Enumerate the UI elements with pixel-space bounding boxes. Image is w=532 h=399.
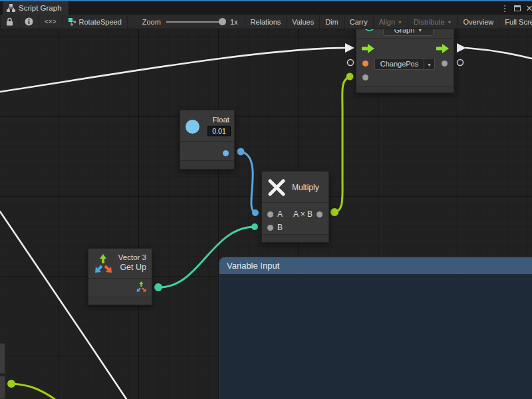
node-footer: [262, 234, 329, 242]
multiply-port-result[interactable]: [317, 211, 323, 217]
node-title: Vector 3: [118, 253, 146, 261]
tab-label: Script Graph: [19, 4, 62, 12]
node-vector3-get-up[interactable]: Vector 3 Get Up: [88, 248, 152, 305]
unit-bottom-port[interactable]: [362, 74, 368, 80]
tab-bar: Script Graph ⋮ ✕: [0, 1, 532, 15]
node-float[interactable]: Float 0.01: [180, 110, 235, 170]
chevron-down-icon: ▼: [418, 29, 422, 33]
lock-icon: [6, 17, 13, 26]
float-value-input[interactable]: 0.01: [207, 126, 231, 136]
unit-left-ring-port[interactable]: [348, 60, 354, 66]
graph-breadcrumb[interactable]: RotateSpeed: [62, 15, 127, 29]
vector-out-dot[interactable]: [154, 283, 162, 291]
chevron-down-icon: ▼: [448, 20, 452, 25]
zoom-value: 1x: [230, 18, 238, 26]
graph-name-label: RotateSpeed: [79, 18, 122, 26]
tab-script-graph[interactable]: Script Graph: [3, 1, 68, 15]
info-icon: [25, 17, 33, 26]
graph-grid: Variable Input: [0, 29, 532, 399]
group-body: [219, 274, 532, 399]
chevron-down-icon: ▼: [427, 63, 432, 67]
float-output-port[interactable]: [223, 150, 229, 156]
zoom-control: Zoom 1x: [127, 15, 245, 29]
node-title: Multiply: [292, 183, 319, 192]
changepos-arrow-button[interactable]: ▼: [424, 58, 435, 70]
float-out-dot[interactable]: [237, 148, 245, 156]
kebab-menu-icon[interactable]: ⋮: [499, 1, 511, 15]
info-button[interactable]: [19, 15, 39, 29]
toolbar-button-distribute[interactable]: Distribute▼: [408, 15, 457, 29]
flow-in-arrow-icon[interactable]: [361, 44, 374, 53]
toolbar-button-dim[interactable]: Dim: [319, 15, 344, 29]
flow-wire-left: [0, 211, 126, 399]
changepos-label: ChangePos: [380, 60, 419, 68]
group-variable-input[interactable]: Variable Input: [219, 257, 532, 399]
node-footer: [356, 86, 454, 92]
changepos-dropdown[interactable]: ChangePos: [374, 58, 424, 70]
flow-wire-out: [466, 48, 532, 59]
port-result-label: A × B: [293, 209, 313, 219]
unit-orange-port[interactable]: [362, 61, 368, 66]
graph-asset-icon: [68, 17, 76, 26]
unit-result-in-dot[interactable]: [346, 73, 354, 80]
multiply-port-a[interactable]: [267, 211, 273, 217]
node-graph-unit[interactable]: <> Graph ▼ ChangePos ▼: [356, 29, 454, 93]
node-footer: [88, 297, 152, 305]
flow-input-triangle[interactable]: [345, 43, 354, 53]
code-view-icon: <×>: [45, 18, 57, 25]
toolbar: <×> RotateSpeed Zoom 1x Relations Values…: [0, 15, 532, 29]
maximize-icon[interactable]: [511, 1, 523, 15]
node-multiply[interactable]: Multiply A A × B B: [261, 171, 329, 243]
chevron-down-icon: ▼: [398, 20, 402, 25]
vector3-output-port[interactable]: [136, 281, 148, 293]
port-a-label: A: [277, 209, 283, 219]
flow-output-triangle[interactable]: [457, 43, 466, 53]
port-b-label: B: [277, 223, 283, 232]
toolbar-button-values[interactable]: Values: [286, 15, 319, 29]
toolbar-button-overview[interactable]: Overview: [457, 15, 499, 29]
flow-out-arrow-icon[interactable]: [436, 44, 449, 53]
toolbar-button-align[interactable]: Align▼: [373, 15, 408, 29]
unit-right-port[interactable]: [442, 61, 448, 66]
multiply-icon: [268, 179, 285, 196]
zoom-slider[interactable]: [166, 21, 225, 23]
code-view-button[interactable]: <×>: [39, 15, 62, 29]
close-icon[interactable]: ✕: [523, 1, 532, 15]
multiply-port-b[interactable]: [267, 225, 273, 231]
node-footer: [180, 160, 234, 169]
toolbar-button-relations[interactable]: Relations: [245, 15, 287, 29]
group-title: Variable Input: [227, 261, 279, 271]
offscreen-node-top[interactable]: [0, 343, 5, 374]
group-header[interactable]: Variable Input: [219, 257, 532, 274]
zoom-slider-handle[interactable]: [219, 18, 226, 25]
toolbar-button-carry[interactable]: Carry: [344, 15, 373, 29]
bottom-left-out-dot[interactable]: [7, 380, 15, 388]
offscreen-node-bottom[interactable]: [0, 376, 5, 399]
script-graph-icon: [7, 4, 15, 12]
flow-wire-in: [0, 48, 345, 92]
unit-right-ring-port[interactable]: [458, 60, 464, 66]
node-title: Float: [212, 116, 229, 124]
float-type-icon: [186, 120, 200, 134]
wire-float-to-multiply: [241, 152, 255, 213]
multiply-a-in-dot[interactable]: [252, 209, 259, 216]
multiply-result-out-dot[interactable]: [331, 208, 338, 216]
graph-dropdown[interactable]: Graph ▼: [383, 29, 434, 36]
toolbar-button-full-screen[interactable]: Full Screen: [499, 15, 532, 29]
wire-multiply-to-unit: [334, 76, 350, 212]
code-icon: <>: [365, 29, 373, 34]
wire-bottom-left: [11, 384, 55, 399]
vector3-icon: [94, 254, 114, 274]
multiply-b-in-dot[interactable]: [251, 223, 258, 230]
graph-dropdown-label: Graph: [394, 29, 415, 34]
zoom-label: Zoom: [142, 18, 161, 26]
lock-button[interactable]: [0, 15, 19, 29]
node-subtitle: Get Up: [120, 263, 146, 272]
graph-canvas[interactable]: Variable Input: [0, 29, 532, 399]
